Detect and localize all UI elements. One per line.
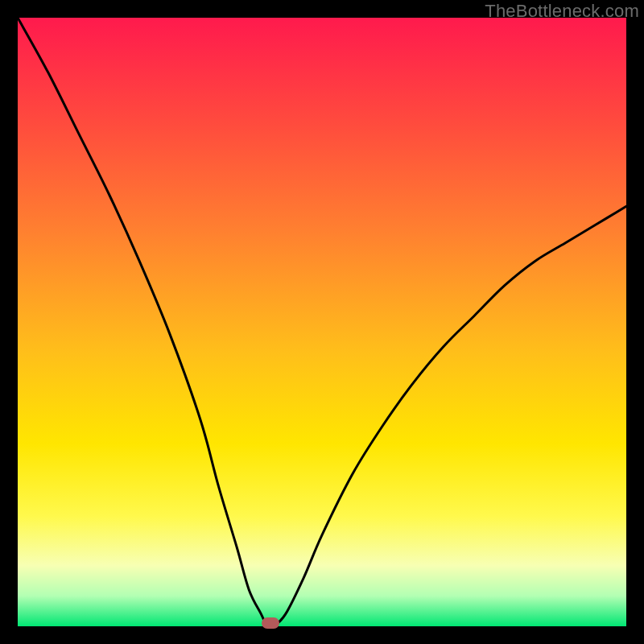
plot-frame	[18, 18, 626, 626]
watermark-text: TheBottleneck.com	[485, 1, 639, 22]
minimum-marker	[262, 617, 279, 629]
bottleneck-curve	[18, 18, 626, 626]
